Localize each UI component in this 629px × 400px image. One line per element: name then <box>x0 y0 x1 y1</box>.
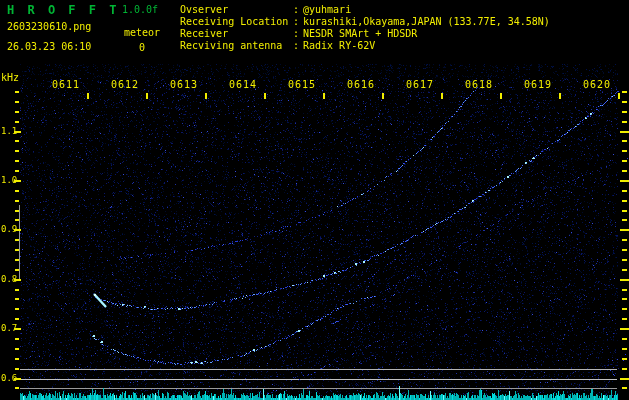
info-separator: : <box>293 29 303 39</box>
y-major-tick-left <box>14 131 21 133</box>
y-minor-tick-left <box>15 289 19 291</box>
y-minor-tick-right <box>622 200 627 202</box>
y-minor-tick-left <box>15 210 19 212</box>
y-minor-tick-right <box>622 140 627 142</box>
info-row-receiver: Receiver:NESDR SMArt + HDSDR <box>180 29 417 39</box>
info-value: Radix RY-62V <box>303 40 375 51</box>
y-minor-tick-right <box>622 348 627 350</box>
info-row-antenna: Recviving antenna:Radix RY-62V <box>180 41 375 51</box>
y-minor-tick-right <box>622 318 627 320</box>
y-minor-tick-right <box>622 387 627 389</box>
y-minor-tick-left <box>15 269 19 271</box>
y-minor-tick-left <box>15 121 19 123</box>
y-minor-tick-right <box>622 239 627 241</box>
info-value: @yuhmari <box>303 4 351 15</box>
y-major-tick-left <box>14 229 21 231</box>
y-minor-tick-left <box>15 387 19 389</box>
y-minor-tick-left <box>15 338 19 340</box>
y-minor-tick-right <box>622 338 627 340</box>
y-minor-tick-right <box>622 150 627 152</box>
y-minor-tick-right <box>622 91 627 93</box>
y-minor-tick-right <box>622 170 627 172</box>
y-minor-tick-right <box>622 210 627 212</box>
x-tick-mark <box>559 93 561 99</box>
y-minor-tick-right <box>622 259 627 261</box>
app-version: 1.0.0f <box>122 5 158 15</box>
info-row-observer: Ovserver:@yuhmari <box>180 5 351 15</box>
x-tick-label: 0611 <box>52 80 80 90</box>
app-title: H R O F F T <box>7 4 119 16</box>
y-minor-tick-left <box>15 348 19 350</box>
x-tick-label: 0618 <box>465 80 493 90</box>
y-minor-tick-right <box>622 298 627 300</box>
y-minor-tick-left <box>15 308 19 310</box>
y-major-tick-right <box>620 229 629 231</box>
y-minor-tick-right <box>622 121 627 123</box>
y-minor-tick-left <box>15 298 19 300</box>
y-minor-tick-left <box>15 91 19 93</box>
y-minor-tick-right <box>622 219 627 221</box>
info-separator: : <box>293 5 303 15</box>
y-major-tick-right <box>620 131 629 133</box>
y-minor-tick-left <box>15 259 19 261</box>
y-minor-tick-left <box>15 170 19 172</box>
y-minor-tick-right <box>622 249 627 251</box>
observation-datetime: 26.03.23 06:10 <box>7 42 91 52</box>
y-minor-tick-left <box>15 368 19 370</box>
y-minor-tick-left <box>15 140 19 142</box>
info-value: NESDR SMArt + HDSDR <box>303 28 417 39</box>
y-minor-tick-right <box>622 368 627 370</box>
y-minor-tick-left <box>15 239 19 241</box>
y-minor-tick-right <box>622 289 627 291</box>
x-tick-label: 0613 <box>170 80 198 90</box>
meteor-count-value: 0 <box>139 43 145 53</box>
y-major-tick-left <box>14 279 21 281</box>
y-minor-tick-left <box>15 111 19 113</box>
x-tick-label: 0617 <box>406 80 434 90</box>
info-label: Ovserver <box>180 5 293 15</box>
y-minor-tick-left <box>15 160 19 162</box>
x-tick-label: 0616 <box>347 80 375 90</box>
y-major-tick-left <box>14 180 21 182</box>
y-minor-tick-right <box>622 308 627 310</box>
hrofft-window: H R O F F T 1.0.0f 2603230610.png meteor… <box>0 0 629 400</box>
x-tick-mark <box>87 93 89 99</box>
y-major-tick-right <box>620 328 629 330</box>
y-major-tick-right <box>620 378 629 380</box>
y-minor-tick-right <box>622 111 627 113</box>
y-major-tick-right <box>620 279 629 281</box>
x-tick-mark <box>146 93 148 99</box>
y-major-tick-left <box>14 378 21 380</box>
y-minor-tick-left <box>15 190 19 192</box>
y-minor-tick-right <box>622 160 627 162</box>
spectrogram-canvas <box>0 0 629 400</box>
info-label: Receiving Location <box>180 17 293 27</box>
y-minor-tick-left <box>15 200 19 202</box>
info-separator: : <box>293 17 303 27</box>
y-major-tick-left <box>14 328 21 330</box>
y-minor-tick-left <box>15 101 19 103</box>
x-tick-label: 0619 <box>524 80 552 90</box>
x-tick-mark <box>323 93 325 99</box>
x-tick-mark <box>500 93 502 99</box>
y-minor-tick-left <box>15 318 19 320</box>
x-tick-label: 0614 <box>229 80 257 90</box>
info-label: Receiver <box>180 29 293 39</box>
y-minor-tick-right <box>622 101 627 103</box>
x-tick-label: 0612 <box>111 80 139 90</box>
y-major-tick-right <box>620 180 629 182</box>
x-tick-mark <box>205 93 207 99</box>
y-minor-tick-right <box>622 358 627 360</box>
x-tick-label: 0620 <box>583 80 611 90</box>
x-tick-mark <box>441 93 443 99</box>
info-value: kurashiki,Okayama,JAPAN (133.77E, 34.58N… <box>303 16 550 27</box>
x-tick-mark <box>618 93 620 99</box>
x-tick-mark <box>382 93 384 99</box>
y-minor-tick-right <box>622 269 627 271</box>
info-label: Recviving antenna <box>180 41 293 51</box>
y-minor-tick-left <box>15 219 19 221</box>
y-minor-tick-left <box>15 358 19 360</box>
info-separator: : <box>293 41 303 51</box>
info-row-location: Receiving Location:kurashiki,Okayama,JAP… <box>180 17 550 27</box>
y-minor-tick-right <box>622 190 627 192</box>
